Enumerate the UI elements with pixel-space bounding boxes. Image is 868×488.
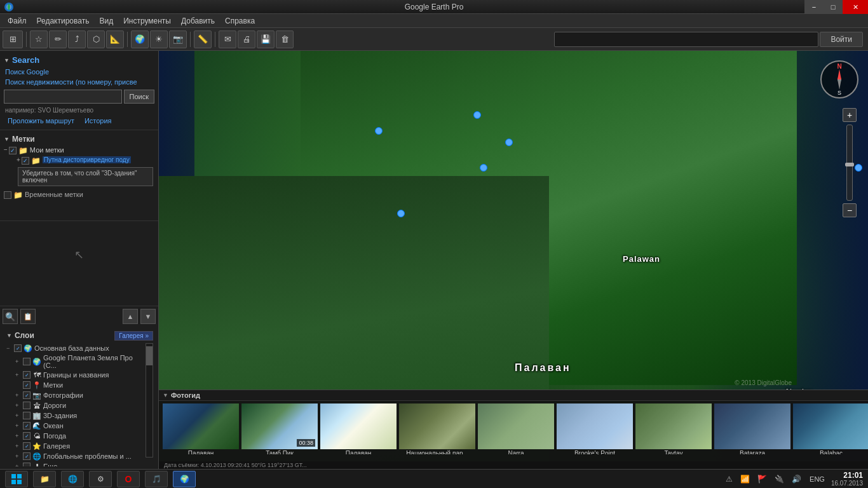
- route-link[interactable]: Проложить маршрут: [5, 116, 77, 126]
- layer-check-0[interactable]: ✓: [14, 344, 22, 352]
- taskbar-explorer-btn[interactable]: 📁: [33, 471, 56, 487]
- search-input[interactable]: [4, 90, 122, 104]
- search-section-header[interactable]: ▼ Search: [3, 53, 156, 67]
- photo-thumb-6[interactable]: Taytay: [635, 403, 712, 454]
- layer-check-4[interactable]: ✓: [23, 391, 31, 399]
- map-pin-1[interactable]: [375, 127, 383, 135]
- layer-check-3[interactable]: ✓: [23, 381, 31, 389]
- layers-scrollbar[interactable]: [146, 343, 153, 458]
- layer-item-9[interactable]: + ✓ ⭐ Галерея: [5, 441, 144, 451]
- taskbar-start-btn[interactable]: [5, 471, 28, 487]
- layers-toggle-btn[interactable]: 📋: [20, 309, 36, 324]
- layer-item-3[interactable]: ✓ 📍 Метки: [5, 380, 144, 390]
- toolbar-path-btn[interactable]: ⤴: [68, 30, 86, 48]
- tray-sound-icon[interactable]: 🔊: [790, 475, 803, 484]
- login-button[interactable]: Войти: [820, 32, 863, 47]
- toolbar-map-btn[interactable]: ⊞: [3, 30, 23, 48]
- places-subitem[interactable]: + ✓ 📁 Путна дистопривредног поду: [15, 156, 156, 166]
- layer-check-10[interactable]: ✓: [23, 452, 31, 460]
- photo-thumb-7[interactable]: Bataraza: [714, 403, 790, 454]
- search-button[interactable]: Поиск: [124, 90, 154, 104]
- tray-flag-icon[interactable]: 🚩: [756, 475, 769, 484]
- layer-check-11[interactable]: [23, 463, 31, 466]
- layer-item-6[interactable]: + 🏢 3D-здания: [5, 410, 144, 421]
- toolbar-search-input[interactable]: [554, 32, 818, 47]
- toolbar-measure-btn[interactable]: 📐: [106, 30, 124, 48]
- layer-item-10[interactable]: + ✓ 🌐 Глобальные проблемы и ...: [5, 451, 144, 461]
- layers-scroll-thumb[interactable]: [146, 346, 153, 365]
- photo-thumb-5[interactable]: Brooke's Point: [557, 403, 633, 454]
- photo-thumb-8[interactable]: Balabac: [793, 403, 868, 454]
- toolbar-placemark-btn[interactable]: ☆: [30, 30, 48, 48]
- zoom-in-btn[interactable]: +: [843, 108, 857, 122]
- toolbar-earth-btn[interactable]: 🌍: [131, 30, 149, 48]
- tray-usb-icon[interactable]: 🔌: [773, 475, 786, 484]
- my-places-checkbox[interactable]: ✓: [9, 147, 17, 154]
- zoom-slider[interactable]: [846, 125, 853, 201]
- minimize-button[interactable]: −: [804, 0, 824, 14]
- toolbar-email-btn[interactable]: ✉: [219, 30, 236, 48]
- toolbar-photo-btn[interactable]: 📷: [169, 30, 187, 48]
- property-search-link[interactable]: Поиск недвижимости (по номеру, присве: [3, 77, 156, 87]
- toolbar-save-btn[interactable]: 💾: [257, 30, 275, 48]
- taskbar-music-btn[interactable]: 🎵: [145, 471, 168, 487]
- my-places-item[interactable]: − ✓ 📁 Мои метки: [3, 146, 156, 156]
- layer-item-4[interactable]: + ✓ 📷 Фотографии: [5, 390, 144, 400]
- layer-item-0[interactable]: − ✓ 🌍 Основная база данных: [5, 343, 144, 353]
- tray-network-icon[interactable]: 📶: [738, 475, 752, 484]
- layers-section-header[interactable]: ▼ Слои: [5, 329, 36, 342]
- subitem-checkbox[interactable]: ✓: [22, 157, 29, 165]
- taskbar-browser-btn[interactable]: 🌐: [61, 471, 84, 487]
- taskbar-earth-active-btn[interactable]: 🌍: [173, 471, 196, 487]
- layer-item-11[interactable]: + ⬇ Еще: [5, 461, 144, 466]
- compass-circle[interactable]: N S: [820, 60, 858, 98]
- lang-indicator[interactable]: ENG: [807, 475, 827, 483]
- search-toggle-btn[interactable]: 🔍: [3, 309, 18, 324]
- menu-file[interactable]: Файл: [3, 15, 32, 27]
- map-pin-2[interactable]: [473, 111, 481, 119]
- menu-help[interactable]: Справка: [220, 15, 260, 27]
- photo-thumb-1[interactable]: 00:38 Тамб Пик: [241, 403, 318, 454]
- taskbar-opera-btn[interactable]: O: [117, 471, 140, 487]
- zoom-out-btn[interactable]: −: [843, 203, 857, 217]
- layer-check-9[interactable]: ✓: [23, 442, 31, 450]
- places-section-header[interactable]: ▼ Метки: [3, 133, 156, 146]
- photo-thumb-4[interactable]: Narra: [478, 403, 554, 454]
- menu-view[interactable]: Вид: [94, 15, 118, 27]
- layer-item-2[interactable]: + ✓ 🗺 Границы и названия: [5, 370, 144, 380]
- layer-check-5[interactable]: [23, 402, 31, 409]
- zoom-slider-thumb[interactable]: [845, 163, 854, 166]
- layer-check-2[interactable]: ✓: [23, 371, 31, 379]
- toolbar-ruler-btn[interactable]: 📏: [194, 30, 212, 48]
- menu-edit[interactable]: Редактировать: [32, 15, 95, 27]
- toolbar-print-btn[interactable]: 🖨: [238, 30, 255, 48]
- map-pin-5[interactable]: [397, 210, 405, 217]
- layer-item-1[interactable]: + 🌍 Google Планета Земля Про (С...: [5, 353, 144, 370]
- layer-item-7[interactable]: + ✓ 🌊 Океан: [5, 421, 144, 431]
- map-area[interactable]: Palawan Палаван Aborlan... Malanao Islan…: [159, 51, 868, 469]
- layer-check-6[interactable]: [23, 412, 31, 419]
- nav-up-btn[interactable]: ▲: [123, 309, 138, 324]
- menu-add[interactable]: Добавить: [176, 15, 220, 27]
- maximize-button[interactable]: □: [824, 0, 843, 14]
- layer-item-5[interactable]: + 🛣 Дороги: [5, 400, 144, 410]
- nav-down-btn[interactable]: ▼: [140, 309, 156, 324]
- toolbar-overlay-btn[interactable]: ⬡: [87, 30, 105, 48]
- temp-places-checkbox[interactable]: [4, 191, 11, 199]
- photo-thumb-3[interactable]: Национальный пар...: [399, 403, 475, 454]
- layer-check-7[interactable]: ✓: [23, 422, 31, 430]
- gallery-button[interactable]: Галерея »: [114, 331, 153, 341]
- taskbar-tools-btn[interactable]: ⚙: [89, 471, 112, 487]
- toolbar-sun-btn[interactable]: ☀: [150, 30, 168, 48]
- close-button[interactable]: ✕: [843, 0, 868, 14]
- tray-alert-icon[interactable]: ⚠: [724, 475, 735, 484]
- photo-thumb-0[interactable]: Палаван: [163, 403, 239, 454]
- toolbar-polygon-btn[interactable]: ✏: [49, 30, 67, 48]
- map-pin-3[interactable]: [505, 139, 513, 146]
- layer-item-8[interactable]: + ✓ 🌤 Погода: [5, 431, 144, 441]
- temp-places-item[interactable]: 📁 Временные метки: [3, 190, 156, 200]
- layer-check-8[interactable]: ✓: [23, 432, 31, 440]
- photo-thumb-2[interactable]: Палаван: [320, 403, 397, 454]
- history-link[interactable]: История: [82, 116, 114, 126]
- toolbar-trash-btn[interactable]: 🗑: [276, 30, 294, 48]
